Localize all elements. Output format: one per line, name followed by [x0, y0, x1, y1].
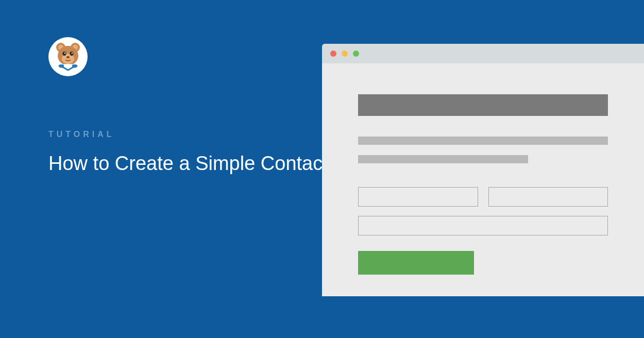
browser-window-mockup	[322, 44, 644, 296]
form-input-row	[358, 187, 608, 207]
minimize-icon	[342, 50, 348, 57]
close-icon	[330, 50, 336, 57]
svg-point-9	[72, 53, 73, 54]
window-titlebar	[322, 44, 644, 63]
svg-point-7	[70, 52, 74, 56]
bear-mascot-icon	[52, 40, 84, 73]
form-mockup-content	[322, 63, 644, 295]
svg-point-8	[64, 53, 65, 54]
svg-point-10	[66, 56, 70, 58]
form-title-placeholder	[358, 94, 608, 116]
form-input-left	[358, 187, 478, 207]
svg-point-6	[63, 52, 66, 56]
form-submit-button	[358, 251, 474, 275]
brand-logo-badge	[48, 37, 88, 76]
form-text-line-1	[358, 137, 608, 145]
form-input-full	[358, 216, 608, 235]
form-input-right	[488, 187, 608, 207]
form-text-line-2	[358, 155, 528, 163]
maximize-icon	[353, 50, 359, 57]
